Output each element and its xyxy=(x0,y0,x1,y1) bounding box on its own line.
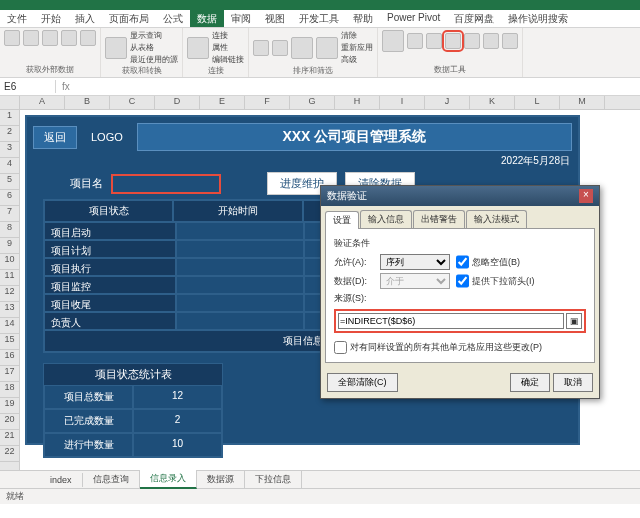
fx-icon[interactable]: fx xyxy=(56,81,76,92)
tab-file[interactable]: 文件 xyxy=(0,10,34,27)
sort-az-icon[interactable] xyxy=(253,40,269,56)
tab-insert[interactable]: 插入 xyxy=(68,10,102,27)
refresh-all-icon[interactable] xyxy=(187,37,209,59)
tab-view[interactable]: 视图 xyxy=(258,10,292,27)
tab-powerpivot[interactable]: Power Pivot xyxy=(380,10,447,27)
relationships-icon[interactable] xyxy=(483,33,499,49)
worksheet: 12345678910111213141516171819202122 返回 L… xyxy=(0,110,640,470)
chk-apply-all[interactable] xyxy=(334,341,347,354)
ribbon-group-sortfilter: 清除 重新应用 高级 排序和筛选 xyxy=(249,28,378,77)
label-project-name: 项目名 xyxy=(43,176,103,191)
sheet-tab-index[interactable]: index xyxy=(40,473,83,487)
access-icon[interactable] xyxy=(4,30,20,46)
tab-tellme[interactable]: 操作说明搜索 xyxy=(501,10,575,27)
remove-dup-icon[interactable] xyxy=(426,33,442,49)
tab-review[interactable]: 审阅 xyxy=(224,10,258,27)
tab-formulas[interactable]: 公式 xyxy=(156,10,190,27)
flash-fill-icon[interactable] xyxy=(407,33,423,49)
app-date: 2022年5月28日 xyxy=(35,154,570,168)
column-headers: A B C D E F G H I J K L M xyxy=(0,96,640,110)
chk-dropdown[interactable] xyxy=(456,273,469,289)
ok-button[interactable]: 确定 xyxy=(510,373,550,392)
col-status: 项目状态 xyxy=(44,200,173,222)
ribbon-group-connections: 连接 属性 编辑链接 连接 xyxy=(183,28,249,77)
col-start: 开始时间 xyxy=(173,200,302,222)
sort-icon[interactable] xyxy=(291,37,313,59)
dlg-tab-error[interactable]: 出错警告 xyxy=(413,210,465,228)
ribbon: 获取外部数据 显示查询 从表格 最近使用的源 获取和转换 连接 属性 编辑链接 … xyxy=(0,28,640,78)
row-headers: 12345678910111213141516171819202122 xyxy=(0,110,20,470)
source-row: ▣ xyxy=(334,309,586,333)
data-validation-dialog: 数据验证 × 设置 输入信息 出错警告 输入法模式 验证条件 允许(A): 序列… xyxy=(320,185,600,399)
project-name-input[interactable] xyxy=(111,174,221,194)
status-bar: 就绪 xyxy=(0,488,640,504)
ribbon-group-datatools: 数据工具 xyxy=(378,28,523,77)
web-icon[interactable] xyxy=(23,30,39,46)
source-label: 来源(S): xyxy=(334,292,586,305)
formula-bar: E6 fx xyxy=(0,78,640,96)
tab-baidu[interactable]: 百度网盘 xyxy=(447,10,501,27)
text-icon[interactable] xyxy=(42,30,58,46)
return-button[interactable]: 返回 xyxy=(33,126,77,149)
close-icon[interactable]: × xyxy=(579,189,593,203)
name-box[interactable]: E6 xyxy=(0,80,56,93)
chk-blank[interactable] xyxy=(456,254,469,270)
source-input[interactable] xyxy=(338,313,564,329)
dlg-tab-input[interactable]: 输入信息 xyxy=(360,210,412,228)
stats-table: 项目状态统计表 项目总数量12 已完成数量2 进行中数量10 xyxy=(43,363,223,458)
text-to-columns-icon[interactable] xyxy=(382,30,404,52)
dialog-title: 数据验证 xyxy=(327,189,367,203)
sheet-tab-query[interactable]: 信息查询 xyxy=(83,471,140,488)
consolidate-icon[interactable] xyxy=(464,33,480,49)
dlg-tab-settings[interactable]: 设置 xyxy=(325,211,359,229)
cells-area[interactable]: 返回 LOGO XXX 公司项目管理系统 2022年5月28日 项目名 进度维护… xyxy=(20,110,640,470)
data-validation-icon[interactable] xyxy=(445,33,461,49)
clear-all-button[interactable]: 全部清除(C) xyxy=(327,373,398,392)
tab-home[interactable]: 开始 xyxy=(34,10,68,27)
tab-data[interactable]: 数据 xyxy=(190,10,224,27)
other-sources-icon[interactable] xyxy=(61,30,77,46)
existing-conn-icon[interactable] xyxy=(80,30,96,46)
data-select: 介于 xyxy=(380,273,450,289)
tab-pagelayout[interactable]: 页面布局 xyxy=(102,10,156,27)
formula-input[interactable] xyxy=(76,86,640,88)
sheet-tab-dropdown[interactable]: 下拉信息 xyxy=(245,471,302,488)
new-query-icon[interactable] xyxy=(105,37,127,59)
dialog-titlebar[interactable]: 数据验证 × xyxy=(321,186,599,206)
tab-help[interactable]: 帮助 xyxy=(346,10,380,27)
sort-za-icon[interactable] xyxy=(272,40,288,56)
sheet-tab-source[interactable]: 数据源 xyxy=(197,471,245,488)
cond-label: 验证条件 xyxy=(334,237,586,250)
logo: LOGO xyxy=(83,128,131,146)
stats-title: 项目状态统计表 xyxy=(44,364,222,385)
dlg-tab-ime[interactable]: 输入法模式 xyxy=(466,210,527,228)
allow-label: 允许(A): xyxy=(334,256,374,269)
sheet-tab-entry[interactable]: 信息录入 xyxy=(140,470,197,489)
ribbon-tabs: 文件 开始 插入 页面布局 公式 数据 审阅 视图 开发工具 帮助 Power … xyxy=(0,10,640,28)
data-label: 数据(D): xyxy=(334,275,374,288)
data-model-icon[interactable] xyxy=(502,33,518,49)
allow-select[interactable]: 序列 xyxy=(380,254,450,270)
window-titlebar xyxy=(0,0,640,10)
cancel-button[interactable]: 取消 xyxy=(553,373,593,392)
tab-developer[interactable]: 开发工具 xyxy=(292,10,346,27)
range-picker-icon[interactable]: ▣ xyxy=(566,313,582,329)
sheet-tabs: index 信息查询 信息录入 数据源 下拉信息 xyxy=(0,470,640,488)
ribbon-group-external: 获取外部数据 xyxy=(0,28,101,77)
ribbon-group-transform: 显示查询 从表格 最近使用的源 获取和转换 xyxy=(101,28,183,77)
app-title: XXX 公司项目管理系统 xyxy=(137,123,572,151)
filter-icon[interactable] xyxy=(316,37,338,59)
